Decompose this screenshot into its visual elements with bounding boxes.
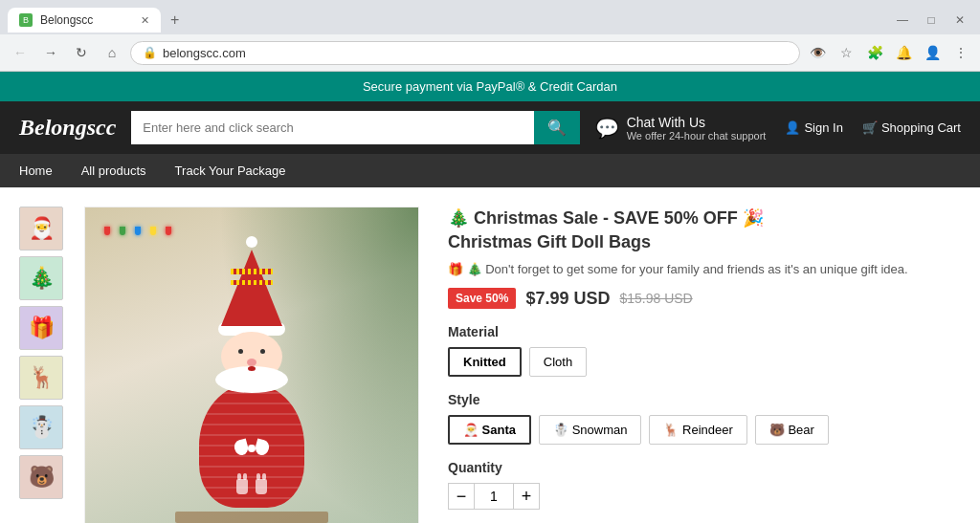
- header-actions: 💬 Chat With Us We offer 24-hour chat sup…: [595, 115, 961, 142]
- search-input[interactable]: [131, 111, 533, 144]
- thumbnail-1[interactable]: 🎅: [19, 207, 63, 251]
- store-nav: Home All products Track Your Package: [0, 154, 980, 187]
- nav-all-products[interactable]: All products: [81, 154, 146, 187]
- bookmark-icon[interactable]: ☆: [835, 41, 858, 64]
- cart-link[interactable]: 🛒 Shopping Cart: [862, 120, 961, 135]
- quantity-control: − 1 +: [448, 483, 951, 510]
- quantity-decrease-button[interactable]: −: [448, 483, 475, 510]
- store-logo[interactable]: Belongscc: [19, 115, 116, 141]
- chat-icon: 💬: [595, 117, 619, 140]
- new-tab-button[interactable]: +: [161, 6, 189, 34]
- chat-subtitle: We offer 24-hour chat support: [627, 130, 767, 142]
- product-subtitle: 🎁 🎄 Don't forget to get some for your fa…: [448, 262, 951, 276]
- browser-toolbar-right: 👁️ ☆ 🧩 🔔 👤 ⋮: [806, 41, 972, 64]
- price-current: $7.99 USD: [525, 289, 610, 309]
- home-button[interactable]: ⌂: [100, 40, 124, 65]
- favicon-icon: B: [19, 13, 33, 27]
- quantity-value: 1: [475, 483, 513, 510]
- product-title-line1: 🎄 Christmas Sale - SAVE 50% OFF 🎉: [448, 207, 951, 230]
- nav-track[interactable]: Track Your Package: [175, 154, 286, 187]
- quantity-increase-button[interactable]: +: [513, 483, 540, 510]
- style-reindeer-button[interactable]: 🦌 Reindeer: [649, 415, 746, 445]
- material-knitted-button[interactable]: Knitted: [448, 347, 522, 377]
- style-bear-button[interactable]: 🐻 Bear: [755, 415, 829, 445]
- material-label: Material: [448, 324, 951, 339]
- material-options: Knitted Cloth: [448, 347, 951, 377]
- cart-label: Shopping Cart: [881, 120, 961, 135]
- banner-text: Secure payment via PayPal® & Credit Card…: [363, 79, 617, 94]
- quantity-section: Quantity − 1 +: [448, 460, 951, 510]
- chat-box[interactable]: 💬 Chat With Us We offer 24-hour chat sup…: [595, 115, 767, 142]
- browser-titlebar: B Belongscc ✕ + — □ ✕: [0, 0, 980, 34]
- store-content: 🎅 🎄 🎁 🦌 ☃️ 🐻: [0, 187, 980, 523]
- style-snowman-button[interactable]: ☃️ Snowman: [539, 415, 641, 445]
- product-title-line2: Christmas Gift Doll Bags: [448, 230, 951, 254]
- browser-chrome: B Belongscc ✕ + — □ ✕ ← → ↻ ⌂ 🔒 belongsc…: [0, 0, 980, 72]
- chat-info: Chat With Us We offer 24-hour chat suppo…: [627, 115, 767, 142]
- tab-title: Belongscc: [40, 13, 133, 27]
- santa-figure: [85, 207, 418, 523]
- minimize-button[interactable]: —: [890, 8, 915, 33]
- chat-title: Chat With Us: [627, 115, 767, 130]
- sign-in-label: Sign In: [804, 120, 842, 135]
- style-section: Style 🎅 Santa ☃️ Snowman 🦌 Reindeer 🐻 Be…: [448, 392, 951, 445]
- nav-home[interactable]: Home: [19, 154, 53, 187]
- tab-close-icon[interactable]: ✕: [141, 14, 149, 27]
- thumbnail-4[interactable]: 🦌: [19, 356, 63, 400]
- thumbnail-2[interactable]: 🎄: [19, 256, 63, 300]
- cart-icon: 🛒: [862, 120, 878, 135]
- sign-in-link[interactable]: 👤 Sign In: [785, 120, 842, 135]
- window-controls: — □ ✕: [890, 8, 972, 33]
- product-main-image: [84, 207, 419, 523]
- refresh-button[interactable]: ↻: [69, 40, 94, 65]
- material-section: Material Knitted Cloth: [448, 324, 951, 377]
- close-button[interactable]: ✕: [947, 8, 972, 33]
- price-row: Save 50% $7.99 USD $15.98 USD: [448, 288, 951, 309]
- browser-tab[interactable]: B Belongscc ✕: [8, 8, 161, 33]
- person-icon: 👤: [785, 120, 800, 135]
- notifications-icon[interactable]: 🔔: [892, 41, 915, 64]
- search-bar: 🔍: [131, 111, 579, 144]
- product-info: 🎄 Christmas Sale - SAVE 50% OFF 🎉 Christ…: [438, 207, 961, 523]
- eye-slash-icon[interactable]: 👁️: [806, 41, 829, 64]
- style-label: Style: [448, 392, 951, 407]
- browser-toolbar: ← → ↻ ⌂ 🔒 belongscc.com 👁️ ☆ 🧩 🔔 👤 ⋮: [0, 34, 980, 71]
- profile-icon[interactable]: 👤: [921, 41, 944, 64]
- save-badge: Save 50%: [448, 288, 516, 309]
- thumbnail-6[interactable]: 🐻: [19, 455, 63, 499]
- style-options: 🎅 Santa ☃️ Snowman 🦌 Reindeer 🐻 Bear: [448, 415, 951, 445]
- url-text: belongscc.com: [163, 46, 788, 60]
- price-original: $15.98 USD: [619, 291, 692, 306]
- search-button[interactable]: 🔍: [534, 111, 580, 144]
- product-thumbnails: 🎅 🎄 🎁 🦌 ☃️ 🐻: [19, 207, 65, 523]
- store-banner: Secure payment via PayPal® & Credit Card…: [0, 72, 980, 101]
- quantity-label: Quantity: [448, 460, 951, 475]
- extensions-icon[interactable]: 🧩: [863, 41, 886, 64]
- product-title: 🎄 Christmas Sale - SAVE 50% OFF 🎉 Christ…: [448, 207, 951, 254]
- menu-icon[interactable]: ⋮: [949, 41, 972, 64]
- style-santa-button[interactable]: 🎅 Santa: [448, 415, 531, 445]
- forward-button[interactable]: →: [38, 40, 63, 65]
- address-bar[interactable]: 🔒 belongscc.com: [130, 41, 800, 65]
- store-header: Belongscc 🔍 💬 Chat With Us We offer 24-h…: [0, 101, 980, 154]
- thumbnail-3[interactable]: 🎁: [19, 306, 63, 350]
- back-button[interactable]: ←: [8, 40, 33, 65]
- thumbnail-5[interactable]: ☃️: [19, 405, 63, 449]
- maximize-button[interactable]: □: [919, 8, 944, 33]
- material-cloth-button[interactable]: Cloth: [529, 347, 587, 377]
